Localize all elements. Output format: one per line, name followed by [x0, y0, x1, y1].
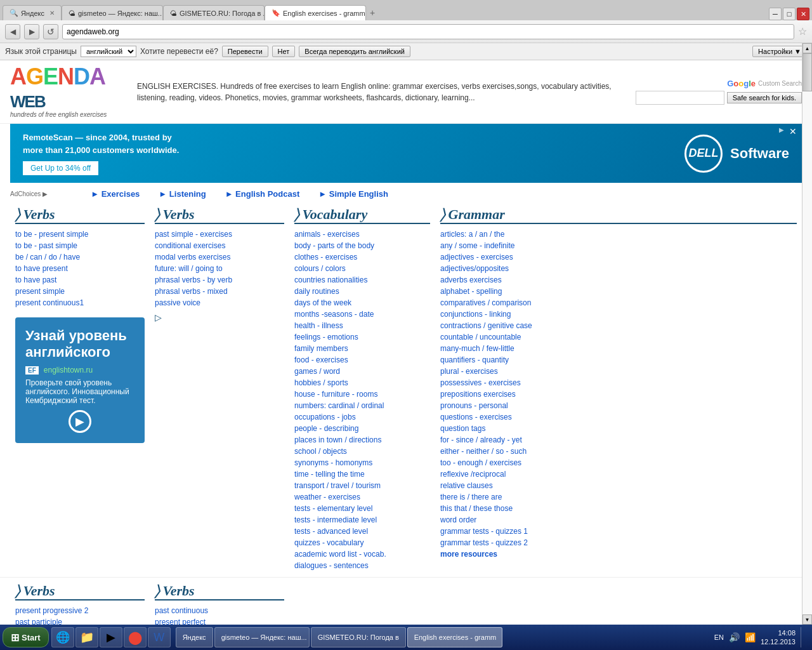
gram-link-23[interactable]: there is / there are [440, 493, 502, 501]
verb-link-3[interactable]: be / can / do / have [15, 253, 80, 262]
gram-link-3[interactable]: adjectives/opposites [440, 264, 509, 273]
verb2-link-7[interactable]: passive voice [155, 298, 200, 307]
gram-link-14[interactable]: prepositions exercises [440, 390, 516, 399]
vocab-link-22[interactable]: transport / travel / tourism [294, 481, 381, 490]
vocab-link-6[interactable]: days of the week [294, 298, 351, 307]
gram-link-20[interactable]: too - enough / exercises [440, 458, 521, 467]
gram-link-11[interactable]: quantifiers - quantity [440, 355, 509, 364]
vocab-link-28[interactable]: academic word list - vocab. [294, 550, 386, 559]
vocab-link-13[interactable]: hobbies / sports [294, 378, 348, 387]
scroll-down-button[interactable]: ▼ [802, 614, 812, 625]
ad-close-button[interactable]: ✕ [789, 126, 797, 136]
maximize-button[interactable]: □ [783, 8, 796, 20]
vocab-link-27[interactable]: quizzes - vocabulary [294, 538, 363, 547]
gram-link-12[interactable]: plural - exercises [440, 367, 498, 376]
vocab-link-19[interactable]: school / objects [294, 447, 347, 456]
verb2-link-5[interactable]: phrasal verbs - by verb [155, 275, 232, 284]
gram-link-26[interactable]: grammar tests - quizzes 1 [440, 527, 528, 536]
gram-link-10[interactable]: many-much / few-little [440, 344, 514, 353]
gram-link-21[interactable]: reflexive /reciprocal [440, 470, 506, 479]
vocab-link-26[interactable]: tests - advanced level [294, 527, 368, 536]
scrollbar[interactable]: ▲ ▼ [802, 43, 812, 625]
vocab-link-8[interactable]: health - illness [294, 321, 343, 330]
verb2-link-4[interactable]: future: will / going to [155, 264, 223, 273]
show-desktop-button[interactable] [801, 627, 804, 647]
scroll-thumb[interactable] [802, 53, 812, 91]
vocab-link-23[interactable]: weather - exercises [294, 493, 360, 501]
translate-button[interactable]: Перевести [222, 46, 268, 57]
translate-lang-select[interactable]: английский [81, 46, 136, 57]
vocab-link-2[interactable]: clothes - exercises [294, 253, 357, 262]
taskbar-chrome-icon[interactable]: ⬤ [124, 627, 147, 647]
verb-link-6[interactable]: present simple [15, 287, 65, 296]
tab-close-yandex[interactable]: ✕ [49, 10, 55, 17]
verb2-link-3[interactable]: modal verbs exercises [155, 253, 230, 262]
ad-cta-button[interactable]: Get Up to 34% off [23, 161, 98, 175]
vocab-link-0[interactable]: animals - exercises [294, 230, 360, 239]
translate-no-button[interactable]: Нет [272, 46, 296, 57]
gram-link-6[interactable]: comparatives / comparison [440, 298, 531, 307]
gram-link-15[interactable]: pronouns - personal [440, 401, 508, 410]
scroll-track[interactable] [802, 53, 812, 614]
network-icon[interactable]: 📶 [745, 632, 756, 642]
vocab-link-20[interactable]: synonyms - homonyms [294, 458, 372, 467]
gram-link-4[interactable]: adverbs exercises [440, 275, 502, 284]
ad-triangle-icon[interactable]: ▷ [155, 312, 162, 322]
vocab-link-14[interactable]: house - furniture - rooms [294, 390, 377, 399]
vocab-link-29[interactable]: dialogues - sentences [294, 561, 369, 570]
back-button[interactable]: ◀ [5, 24, 20, 39]
vocab-link-25[interactable]: tests - intermediate level [294, 515, 377, 524]
tab-english[interactable]: 🔖 English exercises - gramm... ✕ [265, 5, 366, 20]
taskbar-window-gismeteo2[interactable]: GISMETEO.RU: Погода в [311, 627, 406, 647]
bverb2-link-0[interactable]: past continuous [155, 606, 208, 615]
tab-yandex[interactable]: 🔍 Яндекс ✕ [3, 5, 62, 20]
verb2-link-6[interactable]: phrasal verbs - mixed [155, 287, 228, 296]
translate-always-button[interactable]: Всегда переводить английский [299, 46, 410, 57]
nav-podcast[interactable]: ► English Podcast [225, 189, 300, 199]
verb-link-2[interactable]: to be - past simple [15, 241, 77, 250]
refresh-button[interactable]: ↺ [43, 24, 58, 39]
tab-gismeteo2[interactable]: 🌤 GISMETEO.RU: Погода в ... ✕ [163, 5, 265, 20]
gram-link-19[interactable]: either - neither / so - such [440, 447, 527, 456]
search-input[interactable] [636, 91, 724, 105]
new-tab-button[interactable]: + [366, 5, 379, 20]
taskbar-explorer-icon[interactable]: 📁 [75, 627, 98, 647]
vocab-link-17[interactable]: people - describing [294, 424, 358, 433]
nav-simple-english[interactable]: ► Simple English [318, 189, 388, 199]
vocab-link-3[interactable]: colours / colors [294, 264, 346, 273]
gram-link-5[interactable]: alphabet - spelling [440, 287, 502, 296]
gram-link-22[interactable]: relative clauses [440, 481, 493, 490]
vocab-link-10[interactable]: family members [294, 344, 348, 353]
vocab-link-21[interactable]: time - telling the time [294, 470, 365, 479]
address-bar[interactable] [62, 24, 794, 39]
taskbar-word-icon[interactable]: W [148, 627, 171, 647]
nav-exercises[interactable]: ► Exercises [91, 189, 140, 199]
vocab-link-7[interactable]: months -seasons - date [294, 310, 374, 319]
safe-search-button[interactable]: Safe search for kids. [727, 92, 802, 103]
verb-link-7[interactable]: present continuous1 [15, 298, 84, 307]
gram-link-9[interactable]: countable / uncountable [440, 333, 521, 342]
gram-link-8[interactable]: contractions / genitive case [440, 321, 532, 330]
gram-link-28[interactable]: more resources [440, 550, 497, 559]
vocab-link-1[interactable]: body - parts of the body [294, 241, 374, 250]
gram-link-16[interactable]: questions - exercises [440, 413, 512, 421]
verb-link-1[interactable]: to be - present simple [15, 230, 88, 239]
vocab-link-24[interactable]: tests - elementary level [294, 504, 372, 513]
volume-icon[interactable]: 🔊 [729, 632, 740, 642]
taskbar-media-icon[interactable]: ▶ [100, 627, 122, 647]
taskbar-window-gismeteo1[interactable]: gismeteo — Яндекс: наш... [214, 627, 310, 647]
next-button[interactable]: ▶ [69, 410, 91, 433]
bverb1-link-0[interactable]: present progressive 2 [15, 606, 88, 615]
vocab-link-18[interactable]: places in town / directions [294, 435, 381, 444]
minimize-button[interactable]: ─ [769, 8, 782, 20]
taskbar-ie-icon[interactable]: 🌐 [51, 627, 74, 647]
gram-link-7[interactable]: conjunctions - linking [440, 310, 511, 319]
gram-link-2[interactable]: adjectives - exercises [440, 253, 513, 262]
forward-button[interactable]: ▶ [24, 24, 39, 39]
gram-link-18[interactable]: for - since / already - yet [440, 435, 522, 444]
settings-button[interactable]: Настройки ▼ [752, 46, 807, 57]
scroll-up-button[interactable]: ▲ [802, 43, 812, 53]
gram-link-27[interactable]: grammar tests - quizzes 2 [440, 538, 528, 547]
close-button[interactable]: ✕ [797, 8, 809, 20]
vocab-link-11[interactable]: food - exercises [294, 355, 348, 364]
